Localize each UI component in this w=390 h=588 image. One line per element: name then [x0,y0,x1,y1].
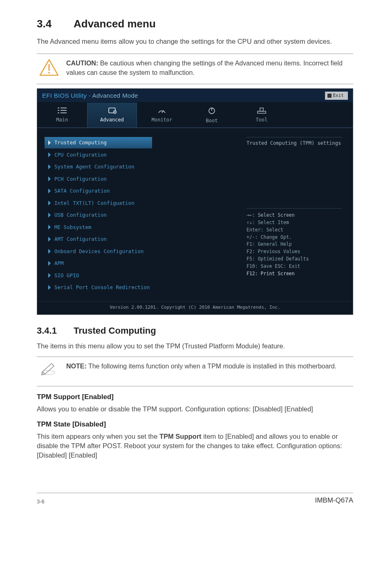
tab-label: Tool [256,117,268,123]
tpm-support-body: Allows you to enable or disable the TPM … [37,404,353,414]
tab-label: Monitor [152,117,173,123]
caution-text: CAUTION: Be cautious when changing the s… [66,59,353,77]
caution-icon [39,59,59,78]
section-number: 3.4 [37,16,74,31]
tpm-state-heading: TPM State [Disabled] [37,420,353,429]
menu-item-sata-configuration[interactable]: SATA Configuration [45,185,237,197]
svg-rect-6 [61,110,67,111]
bios-title: EFI BIOS Utility - Advanced Mode [42,91,138,100]
svg-rect-8 [61,112,67,113]
tab-boot[interactable]: Boot [187,103,237,128]
menu-item-cpu-configuration[interactable]: CPU Configuration [45,149,237,161]
tab-main[interactable]: Main [37,103,87,128]
chevron-right-icon [47,177,52,182]
menu-item-trusted-computing[interactable]: Trusted Computing [45,137,152,148]
exit-button[interactable]: Exit [325,92,348,99]
svg-point-2 [48,72,50,74]
svg-rect-11 [114,112,115,113]
bios-help-header: Trusted Computing (TPM) settings [247,137,342,147]
gauge-icon [157,107,166,114]
tpm-support-heading: TPM Support [Enabled] [37,392,353,402]
note-label: NOTE: [66,363,87,370]
chevron-right-icon [47,153,52,157]
svg-rect-4 [61,108,67,108]
menu-item-amt-configuration[interactable]: AMT Configuration [45,233,237,245]
bios-tabs: Main Advanced Monitor Boot Tool [37,103,353,128]
bios-version-footer: Version 2.00.1201. Copyright (C) 2010 Am… [37,301,353,314]
tab-label: Advanced [100,117,124,123]
tab-tool[interactable]: Tool [237,103,287,128]
menu-item-intel-txt[interactable]: Intel TXT(LT) Configuation [45,197,237,209]
divider [37,54,353,54]
section-intro: The Advanced menu items allow you to cha… [37,37,353,46]
tpm-state-body: This item appears only when you set the … [37,432,353,460]
menu-item-usb-configuration[interactable]: USB Configuration [45,209,237,221]
chevron-right-icon [47,213,52,218]
divider [37,84,353,84]
chevron-right-icon [47,285,52,290]
bios-screenshot: EFI BIOS Utility - Advanced Mode Exit Ma… [37,88,353,315]
svg-rect-3 [58,108,59,108]
power-icon [208,107,216,115]
caution-label: CAUTION: [66,60,98,67]
note-text: NOTE: The following items function only … [66,362,353,371]
divider [37,386,353,386]
product-name: IMBM-Q67A [315,496,353,505]
section-heading: 3.4Advanced menu [37,16,353,31]
bios-body: Trusted Computing CPU Configuration Syst… [37,128,353,301]
bios-titlebar: EFI BIOS Utility - Advanced Mode Exit [37,89,353,103]
chevron-right-icon [47,273,52,278]
bios-menu: Trusted Computing CPU Configuration Syst… [45,137,237,294]
caution-callout: CAUTION: Be cautious when changing the s… [37,56,353,82]
subsection-title: Trusted Computing [74,325,156,336]
page-footer: 3-6 IMBM-Q67A [37,493,353,505]
bios-key-help: →←: Select Screen ↑↓: Select Item Enter:… [247,208,342,277]
chevron-right-icon [47,140,52,145]
subsection-heading: 3.4.1Trusted Computing [37,325,353,337]
note-icon [39,362,59,380]
divider [37,357,353,357]
svg-rect-7 [58,112,59,113]
tab-advanced[interactable]: Advanced [87,103,137,128]
caution-body: Be cautious when changing the settings o… [66,60,343,76]
chevron-right-icon [47,225,52,230]
chevron-right-icon [47,249,52,254]
tool-icon [257,107,267,114]
chevron-right-icon [47,237,52,242]
subsection-intro: The items in this menu allow you to set … [37,341,353,351]
tab-label: Boot [206,118,218,123]
page-number: 3-6 [37,498,45,505]
menu-item-sio-gpio[interactable]: SIO GPIO [45,270,237,281]
note-callout: NOTE: The following items function only … [37,359,353,384]
exit-icon [327,94,332,98]
tab-label: Main [56,117,68,123]
subsection-number: 3.4.1 [37,325,74,337]
chevron-right-icon [47,164,52,169]
list-icon [58,107,67,114]
menu-item-me-subsystem[interactable]: ME Subsystem [45,222,237,233]
menu-item-system-agent[interactable]: System Agent Configuration [45,161,237,173]
bios-help-pane: Trusted Computing (TPM) settings →←: Sel… [243,137,345,294]
svg-rect-5 [58,110,59,111]
section-title: Advanced menu [74,18,156,30]
menu-item-serial-port[interactable]: Serial Port Console Redirection [45,282,237,293]
tab-monitor[interactable]: Monitor [137,103,187,128]
menu-item-onboard-devices[interactable]: Onboard Devices Configuration [45,246,237,257]
svg-rect-16 [260,108,263,111]
menu-item-pch-configuration[interactable]: PCH Configuration [45,173,237,185]
chevron-right-icon [47,261,52,266]
note-body: The following items function only when a… [88,363,336,370]
chevron-right-icon [47,201,52,206]
chip-icon [107,107,117,114]
menu-item-apm[interactable]: APM [45,258,237,269]
chevron-right-icon [47,189,52,193]
exit-label: Exit [333,92,344,99]
